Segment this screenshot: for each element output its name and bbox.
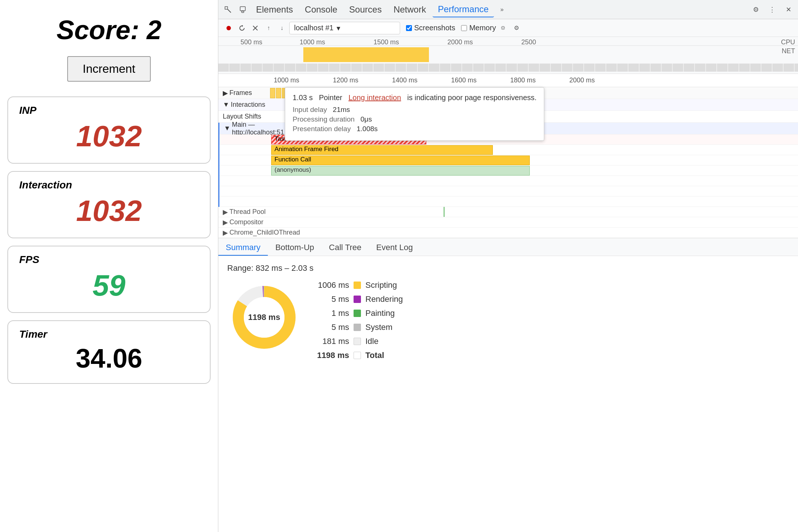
tab-bottom-up[interactable]: Bottom-Up <box>268 238 321 256</box>
url-selector[interactable]: localhost #1 ▾ <box>289 22 400 34</box>
summary-area: 1198 ms 1006 ms Scripting 5 ms Rendering <box>227 280 789 360</box>
record-btn[interactable] <box>223 22 235 34</box>
tab-network[interactable]: Network <box>388 2 431 17</box>
cpu-bar <box>303 47 429 62</box>
more-tabs-icon[interactable]: » <box>495 3 509 16</box>
tab-sources[interactable]: Sources <box>344 2 387 17</box>
left-panel: Score: 2 Increment INP 1032 Interaction … <box>0 0 218 532</box>
inp-label: INP <box>19 105 199 116</box>
tab-console[interactable]: Console <box>300 2 342 17</box>
layout-shifts-label[interactable]: Layout Shifts <box>218 113 270 120</box>
main-thread-label[interactable]: ▼ Main — http://localhost:51 <box>219 121 271 136</box>
legend-scripting-color <box>354 282 361 289</box>
tab-elements[interactable]: Elements <box>251 2 298 17</box>
bottom-content: Range: 832 ms – 2.03 s <box>218 256 798 532</box>
legend-painting-value: 1 ms <box>316 308 349 318</box>
svg-rect-2 <box>240 7 245 11</box>
devtools-tab-bar: Elements Console Sources Network Perform… <box>218 0 798 19</box>
devtools-panel: Elements Console Sources Network Perform… <box>218 0 798 532</box>
download-btn[interactable]: ↓ <box>276 22 288 34</box>
main-timeline-area: 1000 ms 1200 ms 1400 ms 1600 ms 1800 ms … <box>218 74 798 238</box>
range-text: Range: 832 ms – 2.03 s <box>227 263 789 273</box>
capture-settings-btn[interactable]: ⛭ <box>497 22 509 34</box>
more-options-icon[interactable]: ⋮ <box>765 3 779 16</box>
device-icon[interactable] <box>236 3 249 16</box>
svg-point-4 <box>226 26 231 30</box>
tooltip-link[interactable]: Long interaction <box>348 93 401 102</box>
interaction-value: 1032 <box>19 194 199 228</box>
legend-total: 1198 ms Total <box>316 351 403 360</box>
interaction-card: Interaction 1032 <box>7 171 211 238</box>
legend-painting-color <box>354 310 361 317</box>
empty-row-1 <box>219 176 798 186</box>
inp-card: INP 1032 <box>7 96 211 164</box>
thread-pool-label[interactable]: ▶ Thread Pool <box>218 208 270 216</box>
thread-pool-expand: ▶ <box>223 208 228 216</box>
legend-system: 5 ms System <box>316 323 403 332</box>
screenshots-checkbox-group: Screenshots <box>406 24 455 32</box>
thread-pool-content <box>270 207 798 217</box>
upload-btn[interactable]: ↑ <box>263 22 274 34</box>
function-call-label: Function Call <box>272 156 311 163</box>
performance-settings-btn[interactable]: ⚙ <box>511 22 522 34</box>
clear-btn[interactable] <box>249 22 261 34</box>
legend-scripting-value: 1006 ms <box>316 280 349 290</box>
tooltip-suffix: is indicating poor page responsiveness. <box>407 93 536 102</box>
tab-event-log[interactable]: Event Log <box>369 238 420 256</box>
tooltip-input-delay-label: Input delay <box>293 106 327 113</box>
memory-label: Memory <box>469 24 496 32</box>
tab-performance[interactable]: Performance <box>433 2 494 17</box>
inp-value: 1032 <box>19 119 199 153</box>
performance-toolbar: ↑ ↓ localhost #1 ▾ Screenshots Memory ⛭ … <box>218 19 798 37</box>
interactions-expand-icon: ▼ <box>223 101 229 109</box>
time-2000: 2000 ms <box>569 76 595 84</box>
compositor-row[interactable]: ▶ Compositor <box>218 217 798 228</box>
tooltip-input-delay-value: 21ms <box>333 106 350 113</box>
legend-scripting: 1006 ms Scripting <box>316 280 403 290</box>
increment-button[interactable]: Increment <box>67 56 151 82</box>
inspect-icon[interactable] <box>221 3 235 16</box>
compositor-label[interactable]: ▶ Compositor <box>218 218 270 226</box>
close-icon[interactable]: ✕ <box>782 3 795 16</box>
timeline-time-labels: 1000 ms 1200 ms 1400 ms 1600 ms 1800 ms … <box>218 74 798 87</box>
fps-card: FPS 59 <box>7 246 211 313</box>
screenshots-label: Screenshots <box>414 24 455 32</box>
anonymous-block: (anonymous) <box>271 166 530 175</box>
tooltip-presentation-value: 1.008s <box>357 125 378 133</box>
legend-system-name: System <box>365 323 392 332</box>
compositor-expand: ▶ <box>223 218 228 226</box>
time-1600: 1600 ms <box>451 76 477 84</box>
interaction-tooltip: 1.03 s Pointer Long interaction is indic… <box>285 87 544 141</box>
chrome-child-row[interactable]: ▶ Chrome_ChildIOThread <box>218 228 798 238</box>
tooltip-time: 1.03 s <box>293 93 313 102</box>
thread-pool-marker <box>444 207 444 217</box>
ruler-tick-500: 500 ms <box>241 38 262 46</box>
memory-checkbox[interactable] <box>461 25 467 31</box>
thread-pool-row[interactable]: ▶ Thread Pool <box>218 207 798 217</box>
overview-timeline[interactable]: 500 ms 1000 ms 1500 ms 2000 ms 2500 CPU … <box>218 37 798 74</box>
tooltip-presentation-label: Presentation delay <box>293 125 351 133</box>
tab-summary[interactable]: Summary <box>218 238 268 256</box>
frames-label[interactable]: ▶ Frames <box>218 89 270 97</box>
svg-rect-0 <box>225 7 228 9</box>
legend-total-color <box>354 352 361 359</box>
settings-icon[interactable]: ⚙ <box>749 3 763 16</box>
reload-record-btn[interactable] <box>236 22 248 34</box>
tooltip-processing: Processing duration 0μs <box>293 115 536 123</box>
svg-rect-3 <box>242 11 244 13</box>
layout-shifts-text: Layout Shifts <box>223 113 261 120</box>
legend-idle: 181 ms Idle <box>316 337 403 346</box>
time-1000: 1000 ms <box>274 76 299 84</box>
score-title: Score: 2 <box>57 15 161 45</box>
legend-system-value: 5 ms <box>316 323 349 332</box>
ruler-tick-1000: 1000 ms <box>300 38 325 46</box>
devtools-actions: ⚙ ⋮ ✕ <box>749 3 795 16</box>
interactions-label[interactable]: ▼ Interactions <box>218 101 270 109</box>
memory-checkbox-group: Memory <box>461 24 496 32</box>
timer-card: Timer 34.06 <box>7 320 211 384</box>
screenshots-checkbox[interactable] <box>406 25 412 31</box>
chrome-child-label[interactable]: ▶ Chrome_ChildIOThread <box>218 229 270 237</box>
timer-label: Timer <box>19 328 199 340</box>
legend-rendering-value: 5 ms <box>316 294 349 304</box>
tab-call-tree[interactable]: Call Tree <box>321 238 369 256</box>
